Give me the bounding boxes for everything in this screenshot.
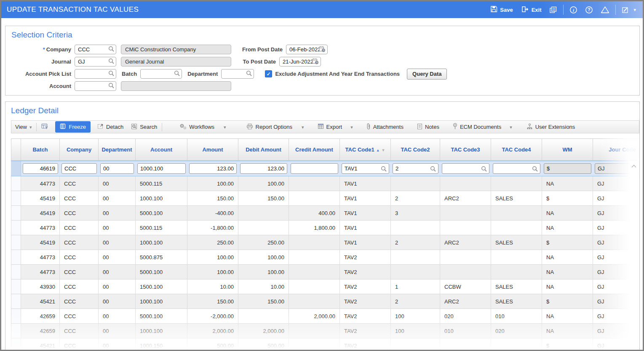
grid-cell[interactable]: 150.00 <box>238 191 289 206</box>
grid-cell[interactable]: 10.00 <box>238 279 289 294</box>
grid-cell[interactable] <box>289 250 340 265</box>
table-row[interactable]: 45419CCC001000.100150.00150.00TAV12ARC2S… <box>11 191 640 206</box>
grid-cell[interactable]: 150.00 <box>187 191 238 206</box>
grid-cell[interactable]: 5000.100 <box>136 206 187 221</box>
grid-cell[interactable]: 1,800.00 <box>289 221 340 235</box>
grid-cell[interactable] <box>440 206 491 221</box>
grid-cell[interactable] <box>289 279 340 294</box>
grid-cell[interactable]: NA <box>542 324 593 338</box>
search-icon[interactable] <box>108 82 114 90</box>
grid-cell[interactable] <box>238 206 289 221</box>
row-selector[interactable] <box>11 235 21 250</box>
grid-cell[interactable]: 00 <box>99 176 136 191</box>
column-header[interactable]: WM <box>542 138 593 161</box>
grid-cell[interactable]: TAV1 <box>340 221 391 235</box>
grid-cell[interactable] <box>491 206 542 221</box>
grid-cell[interactable]: 00 <box>99 279 136 294</box>
column-header[interactable]: TAC Code4 <box>491 138 542 161</box>
user-extensions-button[interactable]: User Extensions <box>523 121 579 133</box>
grid-cell[interactable]: 250.00 <box>238 235 289 250</box>
grid-cell[interactable]: 1000.100 <box>136 191 187 206</box>
table-row[interactable]: 44773CCC005000.875100.00100.00TAV2NAGJ <box>11 250 640 265</box>
row-selector[interactable] <box>11 250 21 265</box>
grid-cell[interactable] <box>289 324 340 338</box>
detach-button[interactable]: Detach <box>94 121 127 133</box>
grid-cell[interactable]: NA <box>542 176 593 191</box>
row-selector[interactable] <box>11 309 21 324</box>
sort-ascending-icon[interactable] <box>376 146 380 153</box>
grid-cell[interactable] <box>238 221 289 235</box>
grid-cell[interactable]: ARC2 <box>440 235 491 250</box>
copy-pages-icon[interactable] <box>545 6 561 13</box>
row-selector[interactable] <box>11 324 21 338</box>
grid-cell[interactable]: 150.00 <box>238 294 289 309</box>
warning-icon[interactable] <box>597 6 613 13</box>
column-header[interactable]: TAC Code2 <box>391 138 440 161</box>
grid-cell[interactable]: 5000.875 <box>136 250 187 265</box>
grid-cell[interactable]: -2,000.00 <box>187 309 238 324</box>
grid-cell[interactable]: TAV1 <box>340 191 391 206</box>
grid-cell[interactable]: 400.00 <box>289 206 340 221</box>
grid-cell[interactable]: 00 <box>99 191 136 206</box>
grid-cell[interactable]: 44773 <box>21 176 60 191</box>
calendar-icon[interactable] <box>319 46 326 53</box>
table-row[interactable]: 43930CCC001500.10010.0010.00TAV21CCBWSAL… <box>11 279 640 294</box>
grid-cell[interactable] <box>289 191 340 206</box>
row-selector[interactable] <box>11 221 21 235</box>
grid-cell[interactable]: 10.00 <box>187 279 238 294</box>
edit-icon[interactable] <box>618 6 633 13</box>
grid-cell[interactable]: SALES <box>491 279 542 294</box>
column-header[interactable]: Credit Amount <box>289 138 340 161</box>
grid-cell[interactable]: 5000.115 <box>136 176 187 191</box>
grid-cell[interactable]: 150.00 <box>187 294 238 309</box>
grid-cell[interactable]: 010 <box>440 324 491 338</box>
lov-search-icon[interactable] <box>481 166 487 172</box>
grid-cell[interactable]: TAV2 <box>340 250 391 265</box>
grid-cell[interactable] <box>289 338 340 350</box>
table-row[interactable]: 44773CCC005000.115-1,800.001,800.00TAV1N… <box>11 221 640 235</box>
grid-cell[interactable]: CCBW <box>440 279 491 294</box>
grid-cell[interactable]: 500.00 <box>187 338 238 350</box>
grid-cell[interactable]: SALES <box>491 235 542 250</box>
grid-cell[interactable]: 020 <box>440 309 491 324</box>
grid-cell[interactable]: 44773 <box>21 250 60 265</box>
grid-cell[interactable]: 45419 <box>21 206 60 221</box>
grid-cell[interactable]: $ <box>542 294 593 309</box>
grid-cell[interactable]: 5000.115 <box>136 221 187 235</box>
grid-cell[interactable]: 1000.100 <box>136 324 187 338</box>
grid-cell[interactable] <box>491 265 542 279</box>
grid-cell[interactable]: 00 <box>99 235 136 250</box>
grid-cell[interactable]: 3 <box>391 206 440 221</box>
grid-cell[interactable]: NA <box>542 279 593 294</box>
grid-cell[interactable]: TAV1 <box>340 235 391 250</box>
grid-cell[interactable]: 2,000.00 <box>289 309 340 324</box>
grid-cell[interactable]: CCC <box>60 250 99 265</box>
grid-cell[interactable]: 44773 <box>21 221 60 235</box>
grid-cell[interactable]: 250.00 <box>187 235 238 250</box>
grid-cell[interactable]: -400.00 <box>187 206 238 221</box>
table-row[interactable]: 45419CCC001000.100250.00250.00TAV12ARC2S… <box>11 235 640 250</box>
chevron-down-icon[interactable]: ▾ <box>633 7 639 13</box>
search-icon[interactable] <box>246 70 252 77</box>
row-selector[interactable] <box>11 265 21 279</box>
grid-cell[interactable]: CCC <box>60 324 99 338</box>
grid-cell[interactable] <box>440 250 491 265</box>
grid-cell[interactable]: 5000.100 <box>136 265 187 279</box>
table-row[interactable]: 44773CCC005000.100100.00100.00TAV2NAGJ <box>11 265 640 279</box>
grid-cell[interactable]: $ <box>542 338 593 350</box>
grid-cell[interactable]: SALES <box>491 191 542 206</box>
vertical-scrollbar[interactable] <box>629 161 639 349</box>
grid-cell[interactable]: 00 <box>99 250 136 265</box>
grid-cell[interactable] <box>238 309 289 324</box>
grid-cell[interactable]: -1,800.00 <box>187 221 238 235</box>
grid-cell[interactable] <box>491 250 542 265</box>
grid-cell[interactable]: 100.00 <box>238 176 289 191</box>
grid-cell[interactable]: TAV2 <box>340 324 391 338</box>
cell-input[interactable] <box>23 163 58 174</box>
grid-cell[interactable]: 010 <box>491 309 542 324</box>
column-header[interactable]: Account <box>136 138 187 161</box>
grid-cell[interactable]: 00 <box>99 294 136 309</box>
table-row[interactable]: 45421CCC001000.150500.00500.00TAV2$GJ <box>11 338 640 350</box>
grid-cell[interactable] <box>391 265 440 279</box>
grid-cell[interactable]: TAV2 <box>340 265 391 279</box>
